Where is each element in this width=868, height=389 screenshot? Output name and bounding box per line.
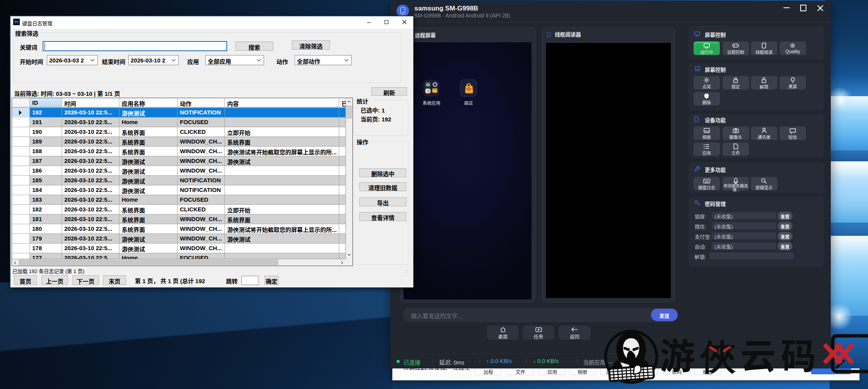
svg-text:游俠云码: 游俠云码 [660,328,821,379]
